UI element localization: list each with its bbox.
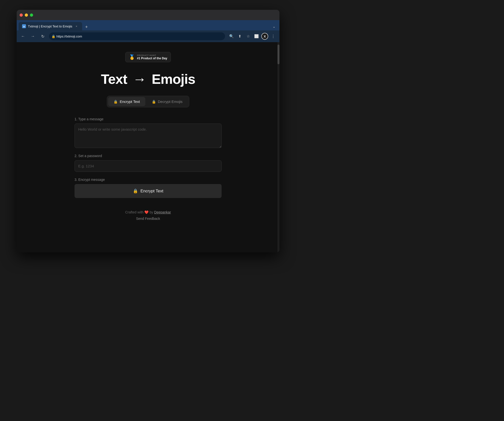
footer: Crafted with ❤️ by Deepankar Send Feedba…: [125, 210, 171, 221]
active-tab[interactable]: ▲ Txtmoji | Encrypt Text to Emojis ×: [19, 22, 82, 30]
author-link[interactable]: Deepankar: [154, 210, 171, 214]
encrypt-form: 1. Type a message 2. Set a password 3. E…: [75, 117, 222, 198]
decrypt-tab[interactable]: 🔒 Decrypt Emojis: [146, 97, 188, 106]
medal-icon: 🥇: [129, 54, 135, 60]
tabs-bar: ▲ Txtmoji | Encrypt Text to Emojis × + ⌄: [17, 20, 279, 30]
reload-button[interactable]: ↻: [39, 33, 46, 40]
password-input[interactable]: [75, 160, 222, 172]
ph-label: PRODUCT HUNT: [137, 54, 167, 57]
heart-icon: ❤️: [144, 210, 150, 214]
more-menu-icon[interactable]: ⋮: [270, 33, 277, 40]
url-display[interactable]: https://txtmoji.com: [56, 35, 82, 38]
scrollbar[interactable]: [277, 42, 279, 252]
password-label: 2. Set a password: [75, 154, 222, 158]
browser-window: ▲ Txtmoji | Encrypt Text to Emojis × + ⌄…: [17, 10, 279, 252]
page-content: 🥇 PRODUCT HUNT #1 Product of the Day Tex…: [17, 42, 279, 252]
address-input-wrapper: 🔒 https://txtmoji.com: [49, 32, 225, 40]
encrypt-tab-label: Encrypt Text: [120, 99, 140, 104]
share-icon[interactable]: ⬆: [236, 33, 243, 40]
bookmark-icon[interactable]: ☆: [245, 33, 252, 40]
crafted-text: Crafted with ❤️ by Deepankar: [125, 210, 171, 214]
search-icon[interactable]: 🔍: [228, 33, 235, 40]
message-textarea[interactable]: [75, 124, 222, 148]
headline-arrow: →: [133, 71, 146, 87]
title-bar: [17, 10, 279, 20]
profile-avatar[interactable]: X: [261, 33, 268, 40]
traffic-lights: [20, 13, 33, 17]
encrypt-btn-label: Encrypt Text: [140, 189, 163, 194]
encrypt-group: 3. Encrypt message 🔒 Encrypt Text: [75, 178, 222, 198]
address-bar: ← → ↻ 🔒 https://txtmoji.com 🔍 ⬆ ☆ ⬜: [17, 30, 279, 42]
maximize-button[interactable]: [30, 13, 33, 17]
toolbar-right: 🔍 ⬆ ☆ ⬜ X ⋮: [228, 33, 277, 40]
encrypt-tab[interactable]: 🔒 Encrypt Text: [108, 97, 145, 106]
headline-part1: Text: [101, 71, 127, 87]
close-button[interactable]: [20, 13, 23, 17]
ph-product-of-day: #1 Product of the Day: [137, 57, 167, 60]
forward-button[interactable]: →: [29, 33, 36, 40]
encrypt-btn-lock-icon: 🔒: [133, 188, 138, 194]
password-group: 2. Set a password: [75, 154, 222, 172]
send-feedback-link[interactable]: Send Feedback: [125, 217, 171, 221]
mode-toggle-group: 🔒 Encrypt Text 🔒 Decrypt Emojis: [107, 96, 189, 107]
lock-icon: 🔒: [51, 35, 55, 38]
decrypt-tab-label: Decrypt Emojis: [158, 99, 183, 104]
encrypt-label: 3. Encrypt message: [75, 178, 222, 182]
decrypt-lock-icon: 🔒: [152, 100, 156, 104]
encrypt-button[interactable]: 🔒 Encrypt Text: [75, 184, 222, 198]
ph-text-block: PRODUCT HUNT #1 Product of the Day: [137, 54, 167, 60]
tab-title: Txtmoji | Encrypt Text to Emojis: [28, 25, 72, 28]
scrollbar-thumb[interactable]: [277, 45, 279, 64]
back-button[interactable]: ←: [20, 33, 26, 40]
page-inner: 🥇 PRODUCT HUNT #1 Product of the Day Tex…: [70, 42, 227, 235]
message-group: 1. Type a message: [75, 117, 222, 148]
tab-close-button[interactable]: ×: [74, 24, 79, 28]
new-tab-button[interactable]: +: [83, 24, 90, 30]
split-view-icon[interactable]: ⬜: [253, 33, 260, 40]
product-hunt-badge: 🥇 PRODUCT HUNT #1 Product of the Day: [125, 52, 171, 62]
headline-part2: Emojis: [152, 71, 195, 87]
page-headline: Text → Emojis: [101, 71, 195, 87]
minimize-button[interactable]: [25, 13, 28, 17]
tab-favicon: ▲: [22, 24, 26, 28]
tab-dropdown-button[interactable]: ⌄: [271, 23, 277, 30]
encrypt-lock-icon: 🔒: [113, 100, 118, 104]
message-label: 1. Type a message: [75, 117, 222, 121]
